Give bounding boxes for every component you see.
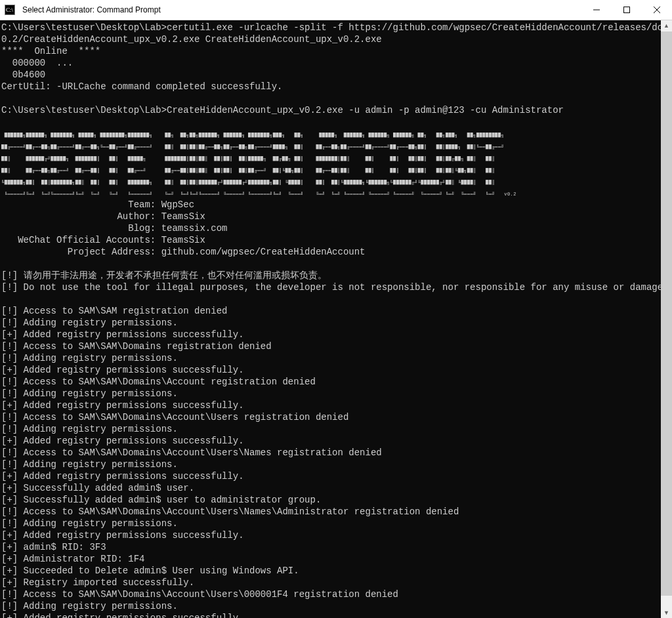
terminal-line: Team: WgpSec	[1, 199, 194, 210]
minimize-button[interactable]	[581, 0, 612, 20]
terminal-line: Blog: teamssix.com	[1, 223, 227, 234]
terminal-line: [!] Access to SAM\SAM\Domains registrati…	[1, 341, 272, 352]
terminal-line: [!] Access to SAM\SAM\Domains\Account\Us…	[1, 412, 348, 422]
terminal-line: [!] Adding registry permissions.	[1, 518, 178, 529]
terminal-line: **** Online ****	[1, 46, 100, 56]
terminal-line: [!] Access to SAM\SAM\Domains\Account\Us…	[1, 589, 398, 600]
maximize-button[interactable]	[612, 0, 642, 20]
terminal-line: [!] Access to SAM\SAM registration denie…	[1, 306, 227, 316]
terminal-line: [+] Added registry permissions successfu…	[1, 436, 244, 446]
terminal-line: [!] Adding registry permissions.	[1, 353, 178, 363]
terminal-line: WeChat Official Accounts: TeamsSix	[1, 235, 205, 245]
terminal-line: [!] Adding registry permissions.	[1, 318, 178, 328]
terminal-line: 000000 ...	[1, 58, 73, 68]
terminal-line: [+] admin$ RID: 3F3	[1, 542, 106, 552]
terminal-line: [!] Access to SAM\SAM\Domains\Account\Us…	[1, 447, 382, 458]
terminal-line: 0b4600	[1, 70, 45, 80]
terminal-line: [+] Administrator RID: 1F4	[1, 554, 144, 564]
svg-rect-4	[624, 7, 630, 13]
ascii-banner: ██████╗██████╗ ███████╗ █████╗ ████████╗…	[1, 133, 516, 197]
terminal-line: [!] Adding registry permissions.	[1, 601, 178, 611]
terminal-line: [+] Added registry permissions successfu…	[1, 329, 244, 340]
scrollbar-thumb[interactable]	[661, 31, 672, 596]
terminal-line: [+] Successfully added admin$ user to ad…	[1, 495, 321, 505]
terminal-line: [!] Do not use the tool for illegal purp…	[1, 282, 669, 293]
terminal-line: [!] Access to SAM\SAM\Domains\Account re…	[1, 377, 316, 387]
terminal-line: Author: TeamsSix	[1, 211, 205, 222]
terminal-line: [+] Added registry permissions successfu…	[1, 530, 244, 541]
chevron-up-icon: ▲	[663, 23, 669, 29]
terminal-line: [!] Adding registry permissions.	[1, 459, 178, 470]
terminal-line: C:\Users\testuser\Desktop\Lab>certutil.e…	[1, 22, 672, 33]
terminal-line: [!] Access to SAM\SAM\Domains\Account\Us…	[1, 506, 459, 517]
close-button[interactable]	[642, 0, 672, 20]
svg-text:C:\: C:\	[6, 7, 14, 13]
terminal-line: 0.2/CreateHiddenAccount_upx_v0.2.exe Cre…	[1, 34, 382, 45]
terminal-line: [+] Added registry permissions successfu…	[1, 471, 244, 482]
terminal-line: CertUtil: -URLCache command completed su…	[1, 81, 282, 92]
terminal-output[interactable]: C:\Users\testuser\Desktop\Lab>certutil.e…	[0, 20, 672, 618]
vertical-scrollbar[interactable]: ▲ ▼	[661, 20, 672, 618]
terminal-line: [+] Successfully added admin$ user.	[1, 483, 194, 493]
terminal-line: Project Address: github.com/wgpsec/Creat…	[1, 247, 366, 257]
terminal-line: [!] Adding registry permissions.	[1, 388, 178, 399]
scrollbar-up-button[interactable]: ▲	[661, 20, 672, 31]
scrollbar-down-button[interactable]: ▼	[661, 608, 672, 618]
terminal-line: [+] Added registry permissions successfu…	[1, 400, 244, 411]
terminal-line: [+] Added registry permissions successfu…	[1, 613, 244, 618]
terminal-line: C:\Users\testuser\Desktop\Lab>CreateHidd…	[1, 105, 564, 115]
chevron-down-icon: ▼	[663, 610, 669, 616]
cmd-icon: C:\	[0, 5, 20, 15]
terminal-line: [!] 请勿用于非法用途，开发者不承担任何责任，也不对任何滥用或损坏负责。	[1, 270, 327, 281]
title-bar[interactable]: C:\ Select Administrator: Command Prompt	[0, 0, 672, 20]
terminal-line: [!] Adding registry permissions.	[1, 424, 178, 434]
terminal-line: [+] Registry imported successfully.	[1, 577, 194, 588]
terminal-line: [+] Succeeded to Delete admin$ User usin…	[1, 566, 299, 576]
terminal-line: [+] Added registry permissions successfu…	[1, 365, 244, 375]
window-title: Select Administrator: Command Prompt	[20, 5, 581, 14]
